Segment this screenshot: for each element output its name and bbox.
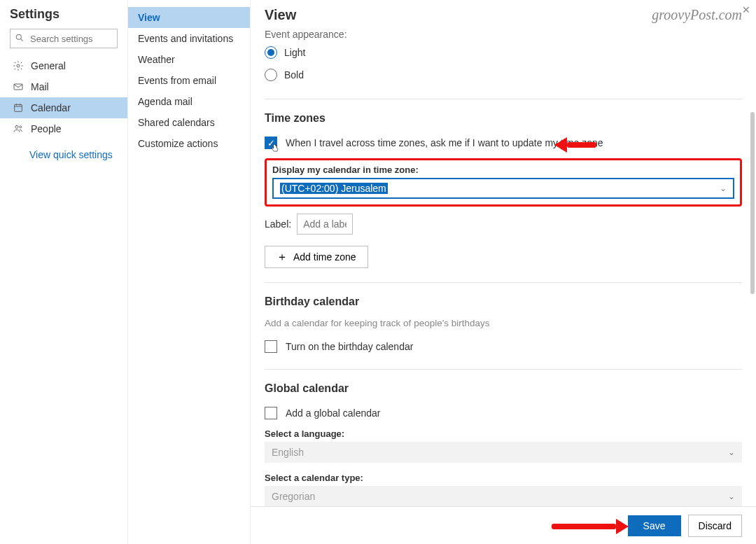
- radio-bold-input[interactable]: [265, 69, 277, 81]
- calendar-type-label: Select a calendar type:: [265, 473, 742, 483]
- add-timezone-label: Add time zone: [293, 251, 356, 263]
- birthday-heading: Birthday calendar: [265, 295, 742, 308]
- display-timezone-label: Display my calendar in time zone:: [272, 165, 734, 175]
- content-scroll[interactable]: Event appearance: Light Bold Time zones …: [251, 26, 756, 506]
- gear-icon: [13, 60, 24, 71]
- label-text: Label:: [265, 218, 291, 230]
- calendar-type-value: Gregorian: [272, 491, 315, 502]
- timezone-label-input[interactable]: [297, 214, 353, 235]
- travel-timezone-checkbox[interactable]: ✓: [265, 137, 277, 149]
- svg-line-1: [21, 39, 23, 41]
- settings-main: ✕ View groovyPost.com Event appearance: …: [251, 0, 756, 544]
- radio-light-label: Light: [284, 47, 305, 58]
- language-value: English: [272, 447, 304, 458]
- travel-timezone-label: When I travel across time zones, ask me …: [286, 137, 603, 148]
- timezones-heading: Time zones: [265, 112, 742, 125]
- view-quick-settings[interactable]: View quick settings: [0, 144, 127, 166]
- language-label: Select a language:: [265, 428, 742, 439]
- nav-label: General: [31, 60, 66, 71]
- nav-label: Mail: [31, 81, 49, 92]
- close-icon[interactable]: ✕: [742, 4, 750, 15]
- birthday-checkbox-label: Turn on the birthday calendar: [286, 341, 413, 352]
- subnav-view[interactable]: View: [128, 7, 250, 28]
- chevron-down-icon: ⌄: [720, 183, 727, 193]
- discard-button[interactable]: Discard: [688, 515, 742, 537]
- settings-window: Settings General Mail Calendar: [0, 0, 756, 544]
- settings-title: Settings: [10, 7, 127, 22]
- search-input[interactable]: [29, 33, 113, 45]
- calendar-subnav: View Events and invitations Weather Even…: [128, 0, 251, 544]
- timezone-value: (UTC+02:00) Jerusalem: [280, 183, 388, 194]
- divider: [265, 282, 742, 283]
- nav-label: Calendar: [31, 102, 71, 113]
- birthday-desc: Add a calendar for keeping track of peop…: [265, 318, 742, 328]
- divider: [265, 99, 742, 99]
- subnav-weather[interactable]: Weather: [128, 49, 250, 70]
- nav-label: People: [31, 123, 62, 134]
- radio-bold[interactable]: Bold: [265, 65, 742, 85]
- chevron-down-icon: ⌄: [728, 447, 735, 457]
- timezone-select[interactable]: (UTC+02:00) Jerusalem ⌄: [272, 178, 734, 199]
- page-title: View: [265, 7, 296, 23]
- birthday-checkbox-row[interactable]: Turn on the birthday calendar: [265, 338, 742, 355]
- subnav-shared-calendars[interactable]: Shared calendars: [128, 112, 250, 133]
- global-checkbox-row[interactable]: Add a global calendar: [265, 405, 742, 421]
- search-settings[interactable]: [10, 29, 118, 48]
- global-heading: Global calendar: [265, 382, 742, 395]
- svg-point-8: [15, 125, 18, 128]
- subnav-events-invitations[interactable]: Events and invitations: [128, 28, 250, 49]
- event-appearance-heading: Event appearance:: [265, 29, 742, 40]
- global-checkbox[interactable]: [265, 407, 277, 419]
- nav-people[interactable]: People: [0, 118, 127, 139]
- timezone-highlight-box: Display my calendar in time zone: (UTC+0…: [265, 158, 742, 207]
- calendar-type-select: Gregorian ⌄: [265, 486, 742, 506]
- chevron-down-icon: ⌄: [728, 491, 735, 501]
- settings-sidebar: Settings General Mail Calendar: [0, 0, 128, 544]
- radio-light[interactable]: Light: [265, 43, 742, 62]
- annotation-arrow-2: [552, 519, 629, 534]
- language-select: English ⌄: [265, 442, 742, 463]
- add-timezone-button[interactable]: ＋ Add time zone: [265, 246, 368, 268]
- timezone-label-row: Label:: [265, 214, 742, 235]
- mail-icon: [13, 81, 24, 92]
- global-checkbox-label: Add a global calendar: [286, 407, 380, 419]
- radio-bold-label: Bold: [284, 69, 304, 81]
- footer: Save Discard: [251, 506, 756, 544]
- save-button[interactable]: Save: [628, 515, 681, 536]
- svg-point-0: [16, 34, 21, 39]
- svg-rect-3: [14, 84, 22, 90]
- search-icon: [15, 33, 24, 45]
- watermark: groovyPost.com: [652, 7, 742, 23]
- subnav-customize-actions[interactable]: Customize actions: [128, 133, 250, 154]
- subnav-agenda-mail[interactable]: Agenda mail: [128, 91, 250, 112]
- plus-icon: ＋: [276, 250, 288, 265]
- nav-general[interactable]: General: [0, 55, 127, 76]
- radio-light-input[interactable]: [265, 46, 277, 59]
- scrollbar-thumb[interactable]: [750, 112, 755, 294]
- svg-point-2: [17, 64, 20, 67]
- people-icon: [13, 123, 24, 134]
- scrollbar[interactable]: [749, 28, 756, 544]
- travel-timezone-checkbox-row[interactable]: ✓ When I travel across time zones, ask m…: [265, 134, 742, 151]
- nav-calendar[interactable]: Calendar: [0, 97, 127, 118]
- calendar-icon: [13, 102, 24, 113]
- divider: [265, 369, 742, 370]
- birthday-checkbox[interactable]: [265, 340, 277, 353]
- subnav-events-email[interactable]: Events from email: [128, 70, 250, 91]
- svg-rect-4: [15, 104, 22, 111]
- svg-point-9: [20, 126, 22, 128]
- nav-mail[interactable]: Mail: [0, 76, 127, 97]
